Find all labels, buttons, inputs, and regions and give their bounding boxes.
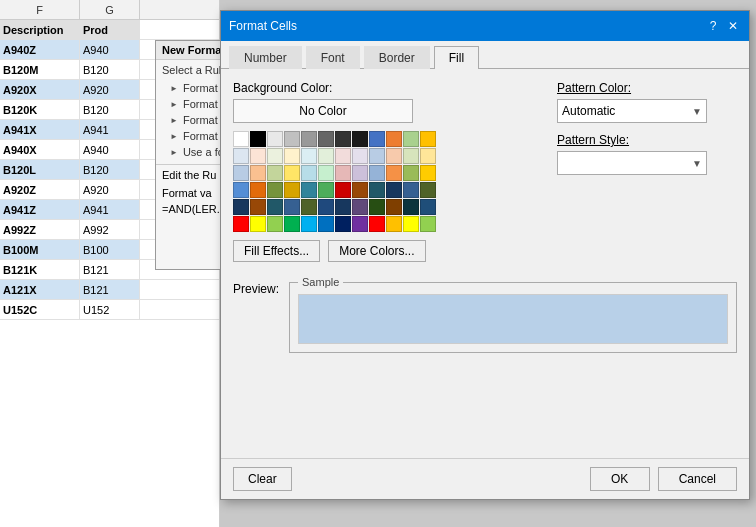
color-swatch[interactable]	[352, 131, 368, 147]
color-swatch[interactable]	[318, 182, 334, 198]
color-swatch[interactable]	[301, 165, 317, 181]
cell-description: A920Z	[0, 180, 80, 199]
color-swatch[interactable]	[403, 148, 419, 164]
color-swatch[interactable]	[352, 182, 368, 198]
cell-prod: U152	[80, 300, 140, 319]
color-swatch[interactable]	[369, 216, 385, 232]
color-swatch[interactable]	[335, 131, 351, 147]
color-swatch[interactable]	[369, 182, 385, 198]
color-swatch[interactable]	[233, 182, 249, 198]
color-swatch[interactable]	[284, 148, 300, 164]
titlebar-controls: ? ✕	[705, 18, 741, 34]
color-swatch[interactable]	[250, 148, 266, 164]
color-swatch[interactable]	[301, 216, 317, 232]
tab-number[interactable]: Number	[229, 46, 302, 69]
color-swatch[interactable]	[335, 148, 351, 164]
fill-effects-button[interactable]: Fill Effects...	[233, 240, 320, 262]
cell-prod: B121	[80, 280, 140, 299]
color-swatch[interactable]	[369, 199, 385, 215]
color-swatch[interactable]	[386, 216, 402, 232]
color-swatch[interactable]	[335, 182, 351, 198]
color-swatch[interactable]	[267, 199, 283, 215]
color-swatch[interactable]	[301, 148, 317, 164]
no-color-button[interactable]: No Color	[233, 99, 413, 123]
pattern-style-dropdown[interactable]: ▼	[557, 151, 707, 175]
cell-prod: A940	[80, 140, 140, 159]
color-swatch[interactable]	[284, 182, 300, 198]
color-swatch[interactable]	[420, 182, 436, 198]
color-swatch[interactable]	[250, 165, 266, 181]
color-swatch[interactable]	[369, 131, 385, 147]
color-swatch[interactable]	[403, 199, 419, 215]
cancel-button[interactable]: Cancel	[658, 467, 737, 491]
color-swatch[interactable]	[386, 131, 402, 147]
color-row	[233, 148, 537, 164]
color-swatch[interactable]	[250, 216, 266, 232]
color-swatch[interactable]	[318, 165, 334, 181]
color-swatch[interactable]	[318, 216, 334, 232]
color-swatch[interactable]	[369, 165, 385, 181]
color-swatch[interactable]	[267, 165, 283, 181]
color-swatch[interactable]	[267, 148, 283, 164]
color-swatch[interactable]	[352, 165, 368, 181]
cell-prod: B120	[80, 160, 140, 179]
color-swatch[interactable]	[284, 199, 300, 215]
color-swatch[interactable]	[318, 148, 334, 164]
close-button[interactable]: ✕	[725, 18, 741, 34]
color-swatch[interactable]	[369, 148, 385, 164]
color-swatch[interactable]	[301, 199, 317, 215]
color-swatch[interactable]	[233, 199, 249, 215]
color-swatch[interactable]	[386, 148, 402, 164]
tab-border[interactable]: Border	[364, 46, 430, 69]
color-swatch[interactable]	[420, 216, 436, 232]
color-swatch[interactable]	[386, 199, 402, 215]
cell-prod: B120	[80, 60, 140, 79]
color-swatch[interactable]	[267, 216, 283, 232]
color-swatch[interactable]	[335, 216, 351, 232]
color-swatch[interactable]	[250, 131, 266, 147]
color-swatch[interactable]	[386, 182, 402, 198]
tab-font[interactable]: Font	[306, 46, 360, 69]
color-swatch[interactable]	[233, 165, 249, 181]
color-swatch[interactable]	[284, 216, 300, 232]
color-row	[233, 216, 537, 232]
more-colors-button[interactable]: More Colors...	[328, 240, 425, 262]
color-swatch[interactable]	[267, 131, 283, 147]
color-swatch[interactable]	[352, 199, 368, 215]
color-swatch[interactable]	[250, 182, 266, 198]
color-swatch[interactable]	[301, 131, 317, 147]
color-swatch[interactable]	[420, 199, 436, 215]
color-swatch[interactable]	[335, 199, 351, 215]
clear-button[interactable]: Clear	[233, 467, 292, 491]
pattern-color-dropdown[interactable]: Automatic ▼	[557, 99, 707, 123]
table-row: A121XB121	[0, 280, 219, 300]
color-swatch[interactable]	[403, 216, 419, 232]
help-button[interactable]: ?	[705, 18, 721, 34]
color-swatch[interactable]	[301, 182, 317, 198]
ok-button[interactable]: OK	[590, 467, 650, 491]
color-swatch[interactable]	[403, 182, 419, 198]
color-swatch[interactable]	[233, 131, 249, 147]
color-swatch[interactable]	[318, 131, 334, 147]
color-swatch[interactable]	[352, 148, 368, 164]
color-swatch[interactable]	[233, 148, 249, 164]
color-swatch[interactable]	[352, 216, 368, 232]
color-swatch[interactable]	[284, 165, 300, 181]
tab-fill[interactable]: Fill	[434, 46, 479, 69]
color-swatch[interactable]	[420, 165, 436, 181]
color-swatch[interactable]	[420, 148, 436, 164]
color-swatch[interactable]	[318, 199, 334, 215]
preview-box	[298, 294, 728, 344]
color-grid	[233, 131, 537, 232]
format-cells-dialog: Format Cells ? ✕ NumberFontBorderFill Ba…	[220, 10, 750, 500]
color-swatch[interactable]	[403, 165, 419, 181]
color-swatch[interactable]	[250, 199, 266, 215]
color-swatch[interactable]	[386, 165, 402, 181]
color-swatch[interactable]	[403, 131, 419, 147]
color-swatch[interactable]	[420, 131, 436, 147]
tabs-bar: NumberFontBorderFill	[221, 41, 749, 69]
color-swatch[interactable]	[233, 216, 249, 232]
color-swatch[interactable]	[267, 182, 283, 198]
color-swatch[interactable]	[284, 131, 300, 147]
color-swatch[interactable]	[335, 165, 351, 181]
